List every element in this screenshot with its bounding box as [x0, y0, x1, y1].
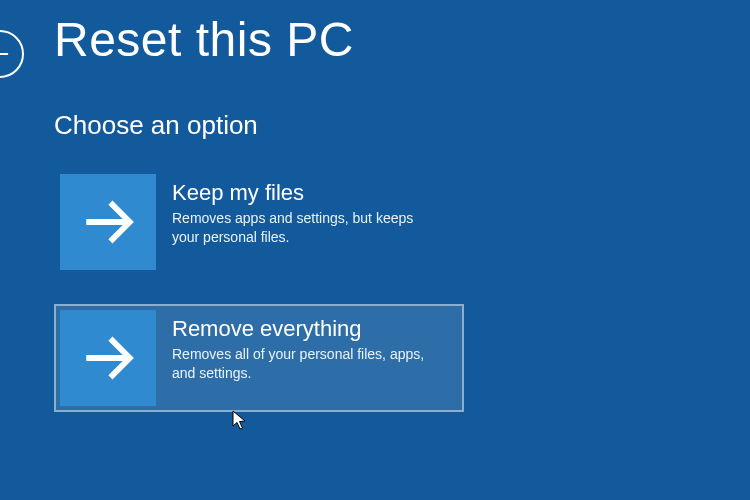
option-tile: [60, 174, 156, 270]
option-desc: Removes all of your personal files, apps…: [172, 345, 432, 383]
reset-pc-screen: Reset this PC Choose an option Keep my f…: [0, 0, 750, 500]
option-keep-my-files[interactable]: Keep my files Removes apps and settings,…: [54, 168, 464, 276]
page-title: Reset this PC: [54, 12, 354, 67]
arrow-right-icon: [79, 193, 137, 251]
option-title: Remove everything: [172, 316, 448, 341]
option-desc: Removes apps and settings, but keeps you…: [172, 209, 432, 247]
page-subtitle: Choose an option: [54, 110, 258, 141]
option-tile: [60, 310, 156, 406]
back-button[interactable]: [0, 30, 24, 78]
arrow-right-icon: [79, 329, 137, 387]
option-text: Remove everything Removes all of your pe…: [156, 310, 458, 383]
option-remove-everything[interactable]: Remove everything Removes all of your pe…: [54, 304, 464, 412]
option-text: Keep my files Removes apps and settings,…: [156, 174, 458, 247]
options-list: Keep my files Removes apps and settings,…: [54, 168, 464, 440]
option-title: Keep my files: [172, 180, 448, 205]
back-arrow-icon: [0, 43, 11, 65]
